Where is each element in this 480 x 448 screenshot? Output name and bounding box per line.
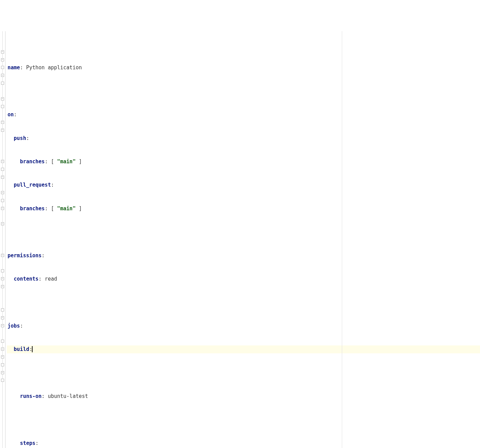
code-line[interactable] — [7, 87, 480, 95]
fold-toggle-icon[interactable] — [1, 97, 4, 101]
code-line[interactable]: steps: — [7, 439, 480, 447]
code-line[interactable]: runs-on: ubuntu-latest — [7, 392, 480, 400]
fold-end-icon — [1, 168, 4, 171]
code-line-active[interactable]: build: — [7, 345, 480, 353]
fold-end-icon — [1, 379, 4, 382]
fold-end-icon — [1, 340, 4, 343]
fold-end-icon — [1, 269, 4, 272]
fold-toggle-icon[interactable] — [1, 50, 4, 54]
fold-toggle-icon[interactable] — [1, 129, 4, 132]
fold-end-icon — [1, 363, 4, 366]
fold-gutter[interactable] — [0, 31, 5, 448]
code-area[interactable]: name: Python application on: push: branc… — [5, 31, 480, 448]
fold-toggle-icon[interactable] — [1, 324, 4, 327]
code-line[interactable]: push: — [7, 134, 480, 142]
fold-toggle-icon[interactable] — [1, 355, 4, 358]
code-line[interactable] — [7, 416, 480, 424]
fold-toggle-icon[interactable] — [1, 222, 4, 225]
fold-end-icon — [1, 308, 4, 311]
fold-end-icon — [1, 82, 4, 85]
fold-toggle-icon[interactable] — [1, 58, 4, 61]
code-line[interactable] — [7, 298, 480, 306]
fold-toggle-icon[interactable] — [1, 121, 4, 124]
code-line[interactable]: name: Python application — [7, 64, 480, 72]
code-line[interactable]: contents: read — [7, 275, 480, 283]
code-line[interactable]: permissions: — [7, 252, 480, 260]
fold-toggle-icon[interactable] — [1, 207, 4, 210]
code-line[interactable]: pull_request: — [7, 181, 480, 189]
fold-toggle-icon[interactable] — [1, 371, 4, 374]
code-editor[interactable]: name: Python application on: push: branc… — [0, 31, 480, 448]
fold-toggle-icon[interactable] — [1, 191, 4, 194]
code-line[interactable]: jobs: — [7, 322, 480, 330]
fold-toggle-icon[interactable] — [1, 316, 4, 319]
fold-toggle-icon[interactable] — [1, 254, 4, 257]
fold-toggle-icon[interactable] — [1, 347, 4, 351]
fold-end-icon — [1, 105, 4, 108]
code-line[interactable] — [7, 369, 480, 377]
text-cursor — [32, 346, 33, 352]
code-line[interactable] — [7, 228, 480, 236]
fold-toggle-icon[interactable] — [1, 285, 4, 288]
fold-toggle-icon[interactable] — [1, 176, 4, 179]
code-line[interactable]: branches: [ "main" ] — [7, 158, 480, 166]
fold-end-icon — [1, 66, 4, 69]
code-line[interactable]: branches: [ "main" ] — [7, 205, 480, 213]
code-line[interactable]: on: — [7, 111, 480, 119]
fold-end-icon — [1, 199, 4, 202]
fold-toggle-icon[interactable] — [1, 160, 4, 163]
fold-toggle-icon[interactable] — [1, 277, 4, 280]
fold-toggle-icon[interactable] — [1, 74, 4, 77]
